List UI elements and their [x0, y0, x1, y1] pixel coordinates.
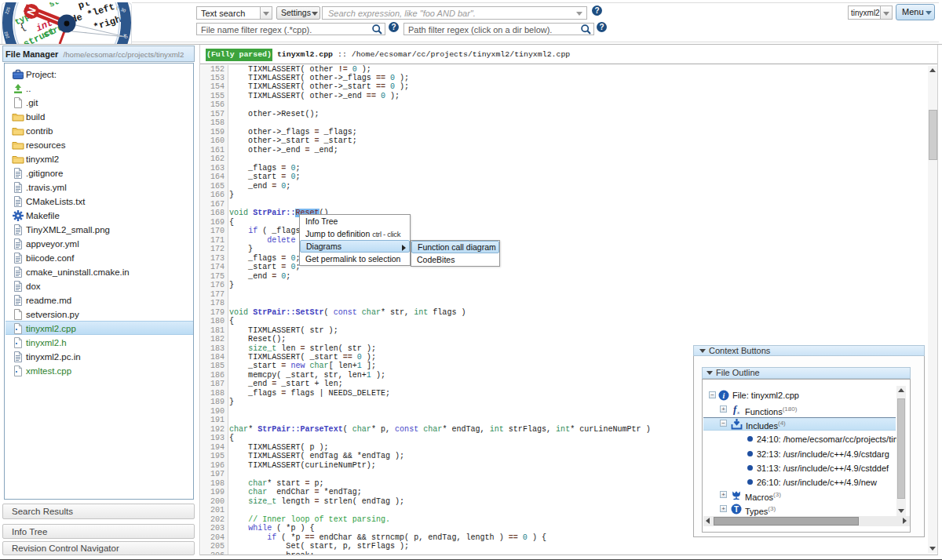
- svg-text:i: i: [723, 391, 725, 400]
- svg-text:T: T: [734, 505, 739, 514]
- svg-text:x: x: [736, 409, 740, 415]
